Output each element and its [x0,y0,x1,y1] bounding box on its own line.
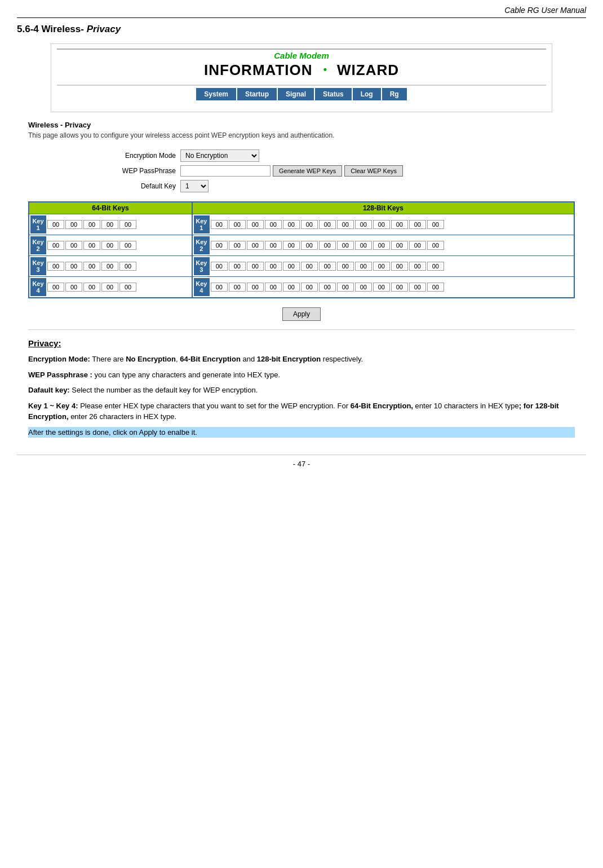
key-64-3-2[interactable] [65,262,82,271]
key-128-2-4[interactable] [265,241,282,250]
key-128-4-13[interactable] [427,283,444,292]
key-128-1-3[interactable] [247,220,264,229]
key-128-2-11[interactable] [391,241,408,250]
key-64-4-1[interactable] [47,283,64,292]
key-128-4-10[interactable] [373,283,390,292]
key-128-3-2[interactable] [229,262,246,271]
key-128-2-2[interactable] [229,241,246,250]
key-128-3-4[interactable] [265,262,282,271]
key-128-3-1[interactable] [211,262,228,271]
key-128-label-4: Key4 [194,278,210,296]
key-64-3-3[interactable] [83,262,100,271]
key-128-3-13[interactable] [427,262,444,271]
key-128-4-11[interactable] [391,283,408,292]
key-64-inputs-1 [46,219,190,230]
key-128-3-9[interactable] [355,262,372,271]
generate-wep-keys-button[interactable]: Generate WEP Keys [273,165,342,177]
page-header: Cable RG User Manual [17,6,586,18]
key-64-2-1[interactable] [47,241,64,250]
key-128-3-11[interactable] [391,262,408,271]
tab-system[interactable]: System [196,88,236,100]
key-128-1-5[interactable] [283,220,300,229]
key-128-3-3[interactable] [247,262,264,271]
key-128-1-10[interactable] [373,220,390,229]
default-key-label: Default Key [113,182,180,190]
tab-status[interactable]: Status [315,88,352,100]
key-128-1-1[interactable] [211,220,228,229]
key-128-4-9[interactable] [355,283,372,292]
key-64-3-4[interactable] [101,262,118,271]
encryption-mode-label: Encryption Mode [113,152,180,160]
key-128-4-3[interactable] [247,283,264,292]
key-128-2-12[interactable] [409,241,426,250]
content-area: Wireless - Privacy This page allows you … [28,121,575,438]
key-128-3-6[interactable] [301,262,318,271]
key-128-4-1[interactable] [211,283,228,292]
key-128-2-13[interactable] [427,241,444,250]
key-128-3-5[interactable] [283,262,300,271]
key-128-1-6[interactable] [301,220,318,229]
key-64-2-3[interactable] [83,241,100,250]
tab-signal[interactable]: Signal [278,88,314,100]
key-128-2-6[interactable] [301,241,318,250]
key-128-4-4[interactable] [265,283,282,292]
key-64-2-4[interactable] [101,241,118,250]
key-128-3-7[interactable] [319,262,336,271]
key-128-1-9[interactable] [355,220,372,229]
key-64-1-5[interactable] [119,220,136,229]
key-128-1-12[interactable] [409,220,426,229]
key-128-1-7[interactable] [319,220,336,229]
keys-64-section: 64-Bit Keys Key1 Key2 [29,202,193,297]
key-128-1-2[interactable] [229,220,246,229]
key-128-4-12[interactable] [409,283,426,292]
tab-rg[interactable]: Rg [382,88,407,100]
key-64-3-5[interactable] [119,262,136,271]
key-128-4-2[interactable] [229,283,246,292]
key-128-2-8[interactable] [337,241,354,250]
key-128-2-7[interactable] [319,241,336,250]
key-128-1-8[interactable] [337,220,354,229]
key-128-4-6[interactable] [301,283,318,292]
keys-128-section: 128-Bit Keys Key1 [193,202,574,297]
key-64-4-3[interactable] [83,283,100,292]
key-128-3-10[interactable] [373,262,390,271]
key-64-4-2[interactable] [65,283,82,292]
key-128-1-11[interactable] [391,220,408,229]
default-key-row: Default Key 1 2 3 4 [113,180,575,192]
form-table: Encryption Mode No Encryption 64-Bit Enc… [113,149,575,192]
key-64-4-5[interactable] [119,283,136,292]
key-128-4-8[interactable] [337,283,354,292]
key-64-2-2[interactable] [65,241,82,250]
encryption-mode-select[interactable]: No Encryption 64-Bit Encryption 128-Bit … [180,149,259,162]
key-128-2-5[interactable] [283,241,300,250]
key-64-1-1[interactable] [47,220,64,229]
key-64-label-2: Key2 [30,236,46,254]
key-128-2-3[interactable] [247,241,264,250]
key-128-2-1[interactable] [211,241,228,250]
key-128-1-4[interactable] [265,220,282,229]
key-64-3-1[interactable] [47,262,64,271]
key-128-3-8[interactable] [337,262,354,271]
wep-passphrase-label: WEP PassPhrase [113,167,180,175]
wep-passphrase-input[interactable] [180,165,271,177]
info-wizard: INFORMATION ・ WIZARD [57,60,546,80]
key-128-4-7[interactable] [319,283,336,292]
key-128-3-12[interactable] [409,262,426,271]
apply-button[interactable]: Apply [282,307,321,321]
tab-startup[interactable]: Startup [237,88,277,100]
key-64-4-4[interactable] [101,283,118,292]
clear-wep-keys-button[interactable]: Clear WEP Keys [344,165,403,177]
tab-log[interactable]: Log [353,88,381,100]
wireless-privacy-description: This page allows you to configure your w… [28,131,575,139]
key-128-2-10[interactable] [373,241,390,250]
key-128-2-9[interactable] [355,241,372,250]
key-64-1-2[interactable] [65,220,82,229]
key-128-1-13[interactable] [427,220,444,229]
key-128-label-1: Key1 [194,215,210,233]
manual-title: Cable RG User Manual [504,6,586,15]
key-64-2-5[interactable] [119,241,136,250]
default-key-select[interactable]: 1 2 3 4 [180,180,209,192]
key-64-1-3[interactable] [83,220,100,229]
key-64-1-4[interactable] [101,220,118,229]
key-128-4-5[interactable] [283,283,300,292]
